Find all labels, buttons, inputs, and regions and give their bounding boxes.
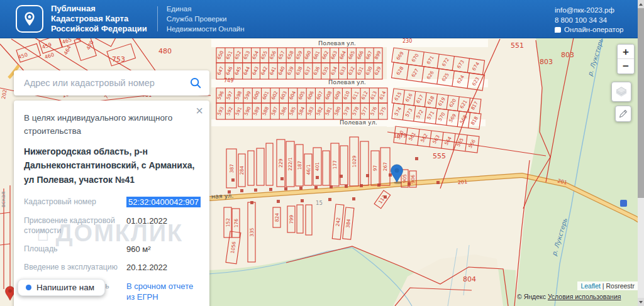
building xyxy=(328,198,331,201)
map-label: 15 xyxy=(316,200,323,206)
app-subtitle: Единая Служба Проверки Недвижимости Онла… xyxy=(167,4,245,34)
info-panel: × В целях индивидуального жилищного стро… xyxy=(14,101,209,306)
zoom-in-button[interactable]: + xyxy=(618,45,634,59)
map-label: 749 xyxy=(224,78,233,84)
street-label: ная ул. xyxy=(211,192,234,200)
parcel-number: 824 xyxy=(274,213,280,222)
scrollbar[interactable] xyxy=(638,0,644,306)
parcel-number: 267 xyxy=(382,162,388,172)
building xyxy=(377,183,380,187)
parcel-number: 387 xyxy=(229,164,235,173)
map-label: вская xyxy=(0,192,6,207)
building xyxy=(250,201,253,204)
scroll-down-icon[interactable] xyxy=(638,298,644,306)
parcel-number: 905 xyxy=(402,174,408,183)
row-label: Присвоение кадастровой стоимости xyxy=(24,216,126,236)
parcel-number: 176 xyxy=(233,219,239,228)
parcel-number: 152 xyxy=(225,218,231,227)
map-label: 480 xyxy=(158,47,172,55)
map-label: 803 xyxy=(540,58,553,66)
building xyxy=(231,178,235,182)
app-header: Публичная Кадастровая Карта Российской Ф… xyxy=(0,0,644,38)
building xyxy=(366,174,369,177)
search-icon[interactable] xyxy=(189,77,202,89)
building xyxy=(284,187,287,190)
measure-button[interactable] xyxy=(615,106,631,122)
parcel-number: 222/1 xyxy=(287,157,293,171)
building xyxy=(352,197,355,200)
building xyxy=(340,175,343,178)
scroll-up-icon[interactable] xyxy=(638,0,644,8)
terms-link[interactable]: Условия использования xyxy=(548,293,621,300)
rosreestr-label: Rosreestr xyxy=(606,282,635,290)
parcel-number: 384 xyxy=(345,219,352,228)
panel-row: Присвоение кадастровой стоимости01.01.20… xyxy=(24,216,199,236)
parcel-number: 401 xyxy=(314,162,320,172)
building xyxy=(436,181,440,184)
building xyxy=(240,189,243,192)
contact-email[interactable]: info@пкк-2023.рф xyxy=(555,6,624,16)
panel-row: Площадь960 м² xyxy=(24,244,199,255)
parcel-number: 97 xyxy=(372,165,378,172)
row-value[interactable]: В срочном отчете из ЕГРН xyxy=(126,281,199,303)
leaflet-link[interactable]: Leaflet xyxy=(580,282,601,290)
map-label: 555 xyxy=(433,152,446,160)
yandex-attribution: © Яндекс Условия использования xyxy=(517,293,621,300)
parcel-number: 1029 xyxy=(352,155,357,167)
building xyxy=(280,177,284,180)
header-divider xyxy=(157,6,158,31)
map-label: 1679 xyxy=(394,133,406,139)
app-title: Публичная Кадастровая Карта Российской Ф… xyxy=(51,4,147,34)
street-label: Полевая ул. xyxy=(328,79,366,85)
close-icon[interactable]: × xyxy=(196,104,203,117)
pkk-app: 6506516526536546556566576586596606616626… xyxy=(0,0,644,306)
chat-button[interactable]: Напишите нам xyxy=(18,279,105,296)
header-contact-block: info@пкк-2023.рф 8 800 100 34 34 Онлайн-… xyxy=(555,6,624,35)
map-label: 201 xyxy=(458,179,468,185)
panel-row: Кадастровый номер52:32:0400042:907 xyxy=(24,197,199,208)
map-label: 753 xyxy=(112,55,125,63)
building xyxy=(254,189,257,192)
parcel-number: 177 xyxy=(332,160,338,170)
online-operator-button[interactable]: Онлайн-оператор xyxy=(555,25,624,35)
row-label: Площадь xyxy=(24,244,126,255)
row-value: 20.12.2022 xyxy=(126,262,167,273)
zoom-control: + − xyxy=(617,44,635,74)
row-value: 960 м² xyxy=(126,244,151,255)
search-input[interactable] xyxy=(23,77,189,89)
app-logo-icon[interactable] xyxy=(16,5,43,33)
parcel-number: 906 xyxy=(410,175,416,184)
building xyxy=(389,173,392,177)
parcel-number: 229 xyxy=(278,158,284,168)
layers-button[interactable] xyxy=(611,82,631,102)
building xyxy=(277,200,280,203)
parcel-number: 242 xyxy=(335,217,341,226)
building xyxy=(360,184,363,187)
building xyxy=(314,186,318,189)
online-dot-icon xyxy=(26,285,31,290)
building xyxy=(384,195,387,199)
map-label: 804 xyxy=(463,275,476,283)
building xyxy=(301,199,304,202)
contact-phone[interactable]: 8 800 100 34 34 xyxy=(555,16,624,26)
search-box xyxy=(14,70,209,96)
land-purpose: В целях индивидуального жилищного строит… xyxy=(24,112,199,138)
map-label: 230 xyxy=(402,38,412,44)
panel-row: Введение в эксплуатацию20.12.2022 xyxy=(24,262,199,273)
parcel-address: Нижегородская область, р-н Дальнеконстан… xyxy=(24,145,199,187)
building xyxy=(415,157,418,160)
map-label: 551 xyxy=(511,41,524,50)
building xyxy=(345,185,348,188)
row-label: Введение в эксплуатацию xyxy=(24,262,126,273)
zoom-out-button[interactable]: − xyxy=(618,59,634,74)
road-sign-icon xyxy=(620,200,627,207)
scrollbar-thumb[interactable] xyxy=(638,8,644,198)
building xyxy=(316,176,319,179)
chat-icon xyxy=(555,27,561,33)
street-label: Полевая ул. xyxy=(340,119,377,126)
building xyxy=(408,182,411,185)
row-label: Кадастровый номер xyxy=(24,197,126,208)
building xyxy=(299,187,303,190)
map-label: 803 xyxy=(561,51,574,59)
layers-icon xyxy=(614,85,629,99)
